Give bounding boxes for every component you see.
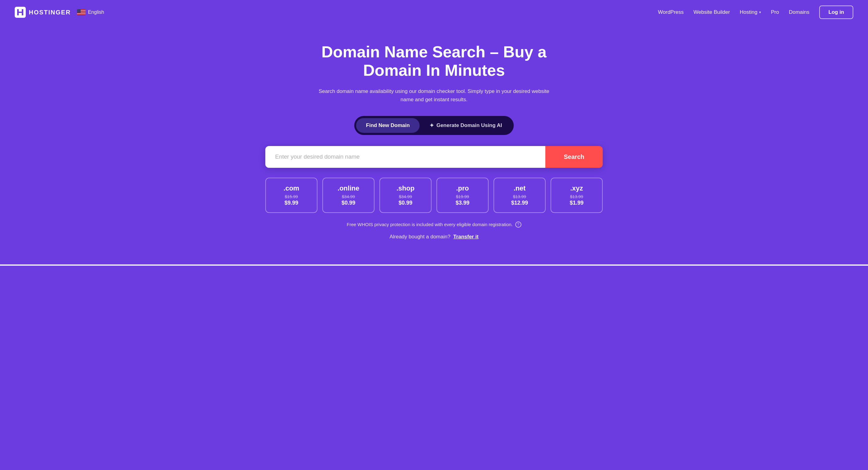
domain-search-input[interactable] (265, 146, 545, 168)
navbar-left: HOSTINGER English (15, 7, 104, 18)
ai-star-icon: ✦ (429, 122, 434, 129)
search-bar: Search (265, 146, 603, 168)
generate-ai-domain-button[interactable]: ✦ Generate Domain Using AI (420, 118, 512, 133)
logo-text: HOSTINGER (29, 9, 71, 16)
domain-ext-com: .com (275, 184, 308, 193)
svg-rect-8 (77, 9, 81, 12)
logo-icon (15, 7, 26, 18)
domain-old-price-online: $34.99 (332, 194, 365, 199)
domain-card-com[interactable]: .com $15.99 $9.99 (265, 178, 317, 213)
bottom-divider (0, 264, 868, 266)
domain-card-shop[interactable]: .shop $34.99 $0.99 (379, 178, 432, 213)
search-button[interactable]: Search (545, 146, 603, 168)
svg-rect-6 (77, 13, 86, 14)
language-label: English (88, 9, 104, 15)
domain-ext-net: .net (503, 184, 536, 193)
nav-pro[interactable]: Pro (771, 9, 779, 15)
hero-subtitle: Search domain name availability using ou… (317, 87, 551, 104)
hero-title: Domain Name Search – Buy a Domain In Min… (296, 43, 572, 80)
domain-card-xyz[interactable]: .xyz $13.99 $1.99 (551, 178, 603, 213)
domain-toggle: Find New Domain ✦ Generate Domain Using … (354, 116, 514, 135)
whois-notice: Free WHOIS privacy protection is include… (347, 222, 521, 228)
navbar: HOSTINGER English WordPress Website Buil… (0, 0, 868, 25)
navbar-right: WordPress Website Builder Hosting ▾ Pro … (658, 5, 853, 19)
domain-old-price-pro: $19.99 (446, 194, 479, 199)
logo[interactable]: HOSTINGER (15, 7, 71, 18)
domain-new-price-shop: $0.99 (389, 200, 422, 206)
domain-old-price-net: $13.99 (503, 194, 536, 199)
login-button[interactable]: Log in (819, 5, 853, 19)
nav-hosting[interactable]: Hosting ▾ (740, 9, 761, 15)
domain-ext-xyz: .xyz (560, 184, 593, 193)
chevron-down-icon: ▾ (759, 10, 761, 14)
transfer-notice: Already bought a domain? Transfer it (390, 234, 478, 240)
svg-rect-7 (77, 14, 86, 15)
language-selector[interactable]: English (77, 9, 104, 15)
domain-ext-shop: .shop (389, 184, 422, 193)
domain-old-price-com: $15.99 (275, 194, 308, 199)
hero-section: Domain Name Search – Buy a Domain In Min… (0, 25, 868, 264)
domain-ext-online: .online (332, 184, 365, 193)
domain-old-price-shop: $34.99 (389, 194, 422, 199)
nav-website-builder[interactable]: Website Builder (693, 9, 730, 15)
transfer-link[interactable]: Transfer it (453, 234, 478, 240)
domain-card-online[interactable]: .online $34.99 $0.99 (322, 178, 374, 213)
domain-new-price-com: $9.99 (275, 200, 308, 206)
flag-icon (77, 9, 86, 15)
nav-domains[interactable]: Domains (789, 9, 809, 15)
find-new-domain-button[interactable]: Find New Domain (356, 118, 420, 133)
domain-ext-pro: .pro (446, 184, 479, 193)
domain-old-price-xyz: $13.99 (560, 194, 593, 199)
domain-new-price-net: $12.99 (503, 200, 536, 206)
nav-wordpress[interactable]: WordPress (658, 9, 684, 15)
domain-new-price-pro: $3.99 (446, 200, 479, 206)
svg-rect-5 (77, 12, 86, 13)
domain-new-price-xyz: $1.99 (560, 200, 593, 206)
domain-card-net[interactable]: .net $13.99 $12.99 (494, 178, 546, 213)
domain-card-pro[interactable]: .pro $19.99 $3.99 (436, 178, 489, 213)
domain-new-price-online: $0.99 (332, 200, 365, 206)
domain-cards-grid: .com $15.99 $9.99 .online $34.99 $0.99 .… (265, 178, 603, 213)
whois-info-icon[interactable]: ? (515, 222, 521, 228)
